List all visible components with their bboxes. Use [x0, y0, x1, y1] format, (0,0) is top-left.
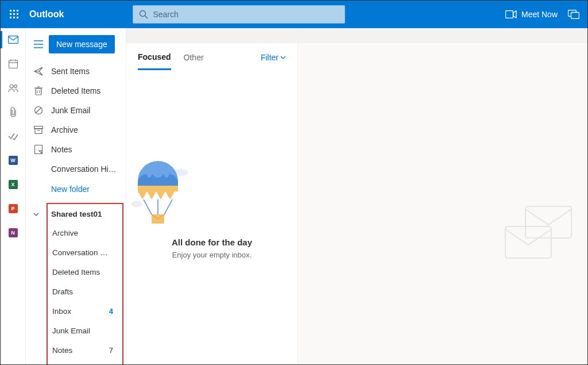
note-icon: [34, 145, 43, 154]
shared-folder-item[interactable]: Junk Email: [48, 321, 122, 340]
svg-rect-42: [525, 206, 571, 238]
reading-pane: [298, 28, 587, 364]
app-launcher-icon[interactable]: [5, 5, 24, 24]
shared-folder-item[interactable]: Inbox4: [48, 301, 122, 321]
svg-rect-24: [36, 89, 41, 95]
svg-rect-1: [13, 10, 15, 11]
command-bar-right: [298, 28, 587, 43]
svg-rect-4: [13, 13, 15, 15]
shared-folder-label: Conversation Hist...: [52, 248, 113, 257]
svg-rect-5: [17, 13, 18, 15]
inbox-tabs: Focused Other Filter: [126, 43, 297, 72]
shared-folder-item[interactable]: Notes7: [48, 340, 122, 360]
svg-rect-13: [571, 13, 579, 19]
svg-point-36: [131, 201, 142, 207]
check-icon: [8, 132, 18, 140]
unread-count: 4: [109, 307, 113, 316]
svg-rect-6: [10, 17, 11, 18]
rail-people[interactable]: [4, 81, 22, 95]
svg-point-20: [14, 85, 17, 88]
new-message-button[interactable]: New message: [49, 35, 115, 53]
empty-title: All done for the day: [126, 237, 297, 247]
folder-label: Deleted Items: [51, 86, 120, 95]
rail-word[interactable]: W: [4, 153, 22, 167]
rail-attach[interactable]: [4, 105, 22, 119]
trash-icon: [34, 86, 43, 95]
shared-folder-item[interactable]: Deleted Items: [48, 262, 122, 282]
people-icon: [8, 83, 18, 93]
rail-mail[interactable]: [4, 33, 22, 47]
shared-folder-label: Deleted Items: [52, 268, 113, 276]
svg-rect-11: [505, 11, 513, 18]
svg-rect-32: [35, 129, 42, 134]
rail-excel[interactable]: X: [4, 178, 22, 191]
shared-mailbox-header[interactable]: Shared test01: [48, 208, 122, 223]
archive-icon: [34, 126, 43, 134]
svg-rect-7: [13, 17, 15, 18]
rail-todo[interactable]: [4, 129, 22, 143]
shared-folder-label: Archive: [52, 229, 113, 237]
shared-folder-item[interactable]: Drafts: [48, 282, 122, 301]
svg-line-30: [36, 108, 41, 113]
app-rail: W X P N: [1, 28, 26, 364]
shared-folder-label: Drafts: [52, 287, 113, 296]
svg-line-40: [164, 199, 172, 216]
shared-folder-item[interactable]: Archive: [48, 223, 122, 243]
svg-line-38: [144, 199, 152, 216]
shared-folder-label: Junk Email: [52, 326, 113, 335]
app-name: Outlook: [29, 9, 64, 20]
search-box[interactable]: [133, 5, 345, 24]
svg-rect-31: [34, 126, 43, 129]
rail-powerpoint[interactable]: P: [4, 202, 22, 216]
search-input[interactable]: [153, 10, 339, 19]
svg-rect-0: [10, 10, 11, 11]
chevron-down-icon: [33, 211, 40, 218]
new-folder-link[interactable]: New folder: [26, 179, 126, 199]
folder-item[interactable]: Junk Email: [26, 101, 126, 120]
shared-folder-item[interactable]: Conversation Hist...: [48, 243, 122, 262]
folder-label: Sent Items: [51, 67, 120, 76]
folder-label: Notes: [51, 145, 120, 154]
folder-label: Conversation Hist...: [51, 164, 120, 174]
folder-item[interactable]: Sent Items: [26, 62, 126, 81]
rail-onenote[interactable]: N: [4, 226, 22, 240]
folder-label: Junk Email: [51, 106, 120, 115]
video-icon: [505, 10, 517, 18]
folder-item[interactable]: Deleted Items: [26, 81, 126, 101]
shared-mailbox-title: Shared test01: [51, 210, 102, 218]
shared-mailbox-group: Shared test01 ArchiveConversation Hist..…: [47, 203, 123, 364]
tab-other[interactable]: Other: [184, 46, 204, 69]
shared-folder-label: Inbox: [52, 307, 109, 316]
folder-item[interactable]: Notes: [26, 140, 126, 159]
shared-folder-item[interactable]: Sent Items: [48, 360, 122, 364]
svg-point-9: [140, 11, 146, 17]
calendar-icon: [9, 59, 18, 68]
envelope-watermark: [502, 201, 577, 264]
chat-icon[interactable]: [568, 10, 579, 19]
folder-item[interactable]: Conversation Hist...: [26, 159, 126, 179]
app-header: Outlook Meet Now: [1, 1, 587, 28]
folder-list: Sent ItemsDeleted ItemsJunk EmailArchive…: [26, 62, 126, 179]
meet-now-label: Meet Now: [521, 10, 558, 19]
command-bar: [126, 28, 297, 43]
tab-focused[interactable]: Focused: [138, 45, 171, 70]
balloon-illustration: [126, 158, 189, 227]
search-icon: [139, 10, 148, 19]
svg-line-10: [145, 16, 148, 19]
meet-now-button[interactable]: Meet Now: [505, 10, 558, 19]
unread-count: 7: [109, 346, 113, 355]
attachment-icon: [9, 107, 17, 117]
svg-rect-14: [8, 36, 18, 44]
message-list-pane: Focused Other Filter All do: [126, 28, 298, 364]
hamburger-icon[interactable]: [34, 40, 43, 48]
block-icon: [34, 106, 43, 115]
filter-button[interactable]: Filter: [261, 53, 286, 62]
empty-subtitle: Enjoy your empty inbox.: [126, 251, 297, 259]
svg-rect-15: [9, 60, 17, 68]
empty-inbox-state: All done for the day Enjoy your empty in…: [126, 72, 297, 259]
svg-point-19: [10, 84, 13, 88]
rail-calendar[interactable]: [4, 57, 22, 71]
folder-pane: New message Sent ItemsDeleted ItemsJunk …: [26, 28, 126, 364]
folder-item[interactable]: Archive: [26, 120, 126, 140]
send-icon: [34, 67, 43, 76]
